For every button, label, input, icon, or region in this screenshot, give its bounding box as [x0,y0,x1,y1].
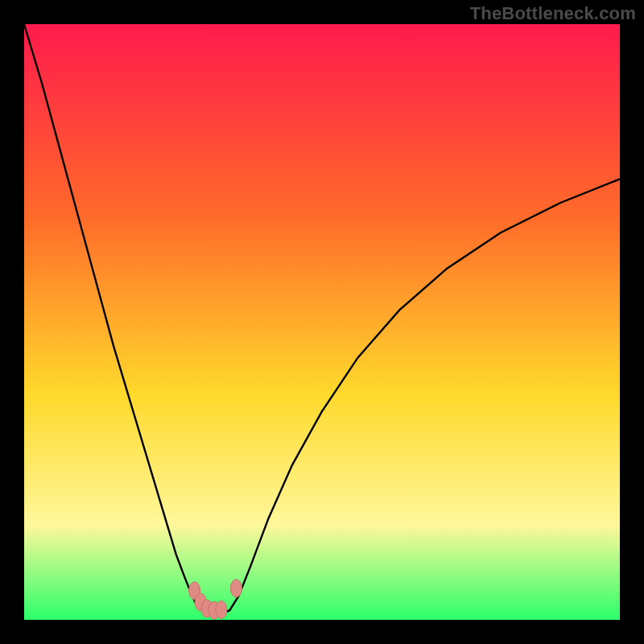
watermark-text: TheBottleneck.com [470,3,636,24]
plot-svg [24,24,620,620]
chart-frame: TheBottleneck.com [0,0,644,644]
marker-bottom-3 [216,601,227,618]
gradient-background [24,24,620,620]
marker-right-mark [230,580,242,597]
plot-area [24,24,620,620]
